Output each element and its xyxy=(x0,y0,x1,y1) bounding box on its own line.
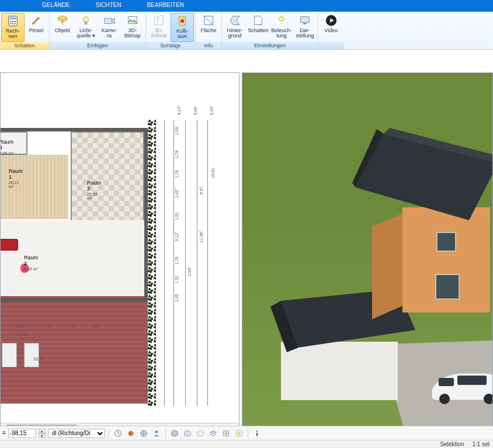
floorplan-view[interactable]: Raum 42,89 m² Raum 120,11 m² Raum 325,90… xyxy=(0,72,239,432)
dim-d1: 4,14° xyxy=(177,106,181,115)
brush-icon xyxy=(29,13,43,27)
dim-col-0: 1,09 xyxy=(175,127,179,135)
tab-gelaende[interactable]: GELÄNDE xyxy=(29,0,83,12)
record-icon[interactable] xyxy=(126,428,136,439)
value-input[interactable] xyxy=(8,429,36,438)
schnitt-label: 3D- Schnitt xyxy=(151,28,167,39)
objekt-label: Objekt xyxy=(55,28,70,33)
svg-point-5 xyxy=(10,23,11,24)
ribbon-group-sonstige: 3D- Schnitt Kolli- sion Sonstige xyxy=(146,12,196,49)
svg-point-12 xyxy=(180,19,184,23)
group-label-einstellungen: Einstellungen xyxy=(222,42,318,49)
grid-icon[interactable] xyxy=(221,428,231,439)
kollision-button[interactable]: Kolli- sion xyxy=(171,13,194,42)
lichtquelle-label: Licht- quelle ▾ xyxy=(77,28,95,39)
svg-point-8 xyxy=(83,17,88,22)
room-3 xyxy=(71,131,144,233)
camera-icon xyxy=(102,13,116,27)
play-icon xyxy=(324,13,338,27)
cube3-icon[interactable] xyxy=(195,428,206,439)
background-icon xyxy=(228,13,242,27)
svg-point-14 xyxy=(279,17,283,21)
person-icon[interactable] xyxy=(151,428,162,439)
dim-r4: 3,54° xyxy=(188,267,192,276)
section-icon xyxy=(152,13,166,27)
dim-col-1: 1,78 xyxy=(175,150,179,158)
car-1 xyxy=(2,343,17,367)
hintergrund-label: Hinter- grund xyxy=(227,28,242,39)
room1-label: Raum 120,11 m² xyxy=(9,169,23,189)
lighting-icon xyxy=(275,13,289,27)
video-button[interactable]: Video xyxy=(320,13,343,42)
group-label-schatten: Schatten xyxy=(0,42,49,49)
status-selection: Selektion xyxy=(440,441,464,447)
lichtquelle-button[interactable]: Licht- quelle ▾ xyxy=(74,13,98,42)
beleuchtung-label: Beleuch- tung xyxy=(271,28,292,39)
dim-r1: 16,81 xyxy=(211,168,215,178)
dim-col-5: 2,12° xyxy=(175,232,179,241)
tab-sichten[interactable]: SICHTEN xyxy=(83,0,134,12)
hintergrund-button[interactable]: Hinter- grund xyxy=(223,13,246,42)
svg-point-4 xyxy=(15,21,16,22)
content-area: Raum 42,89 m² Raum 120,11 m² Raum 325,90… xyxy=(0,72,493,432)
schatten2-label: Schatten xyxy=(248,28,269,33)
objekt-button[interactable]: Objekt xyxy=(51,13,74,42)
darstellung-button[interactable]: Dar- stellung xyxy=(293,13,317,42)
ribbon: Rech- nen Pinsel Schatten Objekt Licht- … xyxy=(0,12,493,50)
history-icon[interactable] xyxy=(113,428,123,439)
display-icon xyxy=(298,13,312,27)
bitmap-button[interactable]: 3D- Bitmap xyxy=(121,13,144,42)
beleuchtung-button[interactable]: Beleuch- tung xyxy=(270,13,293,42)
ribbon-group-einfuegen: Objekt Licht- quelle ▾ Kame- ra 3D- Bitm… xyxy=(50,12,146,49)
svg-rect-10 xyxy=(105,18,112,23)
dim-d2: 5,89 xyxy=(193,107,197,115)
svg-point-6 xyxy=(12,23,13,24)
svg-point-3 xyxy=(12,21,13,22)
schnitt-button[interactable]: 3D- Schnitt xyxy=(147,13,171,42)
svg-point-2 xyxy=(10,21,11,22)
direction-select[interactable]: dl (Richtung/Di xyxy=(48,429,105,438)
darstellung-label: Dar- stellung xyxy=(296,28,314,39)
dim-r3: 11,36° xyxy=(199,231,203,242)
window-lower xyxy=(435,274,460,300)
hedge xyxy=(148,120,156,406)
dim-d3: 5,44° xyxy=(210,106,214,115)
svg-rect-24 xyxy=(439,378,454,386)
pinsel-button[interactable]: Pinsel xyxy=(25,13,48,42)
kamera-label: Kame- ra xyxy=(102,28,117,39)
schatten2-button[interactable]: Schatten xyxy=(246,13,270,42)
group-label-info: Info xyxy=(196,42,221,49)
dim-col-2: 1,78 xyxy=(175,170,179,178)
svg-rect-15 xyxy=(301,17,310,23)
step-down-icon[interactable]: ▾ xyxy=(39,433,46,438)
info-icon[interactable] xyxy=(252,428,262,439)
cube2-icon[interactable] xyxy=(182,428,193,439)
svg-rect-9 xyxy=(85,22,87,25)
3d-view[interactable] xyxy=(242,72,493,432)
status-bar: Selektion 1:1 sel xyxy=(0,440,493,448)
car-3d xyxy=(428,366,493,406)
equals-label: = xyxy=(2,430,6,436)
lightbulb-icon xyxy=(79,13,93,27)
bitmap-icon xyxy=(126,13,140,27)
north-icon[interactable]: N xyxy=(234,428,244,439)
layers-icon[interactable] xyxy=(208,428,218,439)
dim-b3: 10,36° xyxy=(33,357,45,361)
rechnen-button[interactable]: Rech- nen xyxy=(1,13,25,42)
dim-col-7: 1,51 xyxy=(175,275,179,283)
pinsel-label: Pinsel xyxy=(29,28,44,33)
globe-icon[interactable] xyxy=(138,428,149,439)
dim-line-5 xyxy=(207,120,208,406)
room2-label: Raum 28,45 m² xyxy=(24,255,38,271)
tab-bearbeiten[interactable]: BEARBEITEN xyxy=(134,0,197,12)
kamera-button[interactable]: Kame- ra xyxy=(98,13,121,42)
cube-icon[interactable] xyxy=(169,428,180,439)
value-stepper[interactable]: ▴▾ xyxy=(39,429,46,438)
collision-icon xyxy=(175,14,189,28)
shadow-icon xyxy=(251,13,265,27)
dim-col-4: 1,51 xyxy=(175,212,179,220)
step-up-icon[interactable]: ▴ xyxy=(39,429,46,433)
svg-rect-1 xyxy=(10,18,16,20)
flaeche-button[interactable]: Fläche xyxy=(197,13,220,42)
svg-rect-34 xyxy=(256,430,258,432)
